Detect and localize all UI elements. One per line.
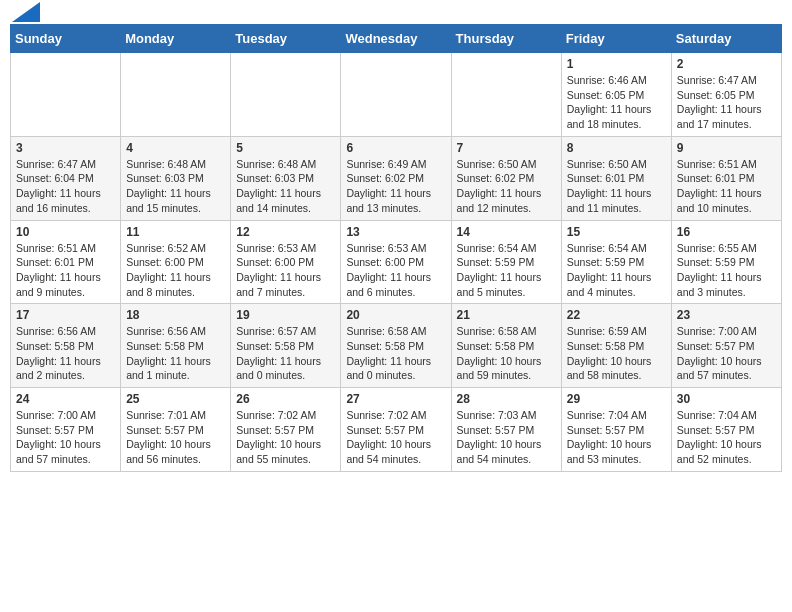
calendar-cell: 11Sunrise: 6:52 AMSunset: 6:00 PMDayligh… — [121, 220, 231, 304]
day-info: Sunrise: 6:46 AMSunset: 6:05 PMDaylight:… — [567, 73, 666, 132]
day-number: 16 — [677, 225, 776, 239]
calendar-cell: 25Sunrise: 7:01 AMSunset: 5:57 PMDayligh… — [121, 388, 231, 472]
calendar-cell: 5Sunrise: 6:48 AMSunset: 6:03 PMDaylight… — [231, 136, 341, 220]
calendar-cell: 29Sunrise: 7:04 AMSunset: 5:57 PMDayligh… — [561, 388, 671, 472]
weekday-header-wednesday: Wednesday — [341, 25, 451, 53]
day-info: Sunrise: 6:57 AMSunset: 5:58 PMDaylight:… — [236, 324, 335, 383]
page-header — [10, 10, 782, 16]
calendar-cell: 4Sunrise: 6:48 AMSunset: 6:03 PMDaylight… — [121, 136, 231, 220]
calendar-week-4: 17Sunrise: 6:56 AMSunset: 5:58 PMDayligh… — [11, 304, 782, 388]
calendar-cell: 28Sunrise: 7:03 AMSunset: 5:57 PMDayligh… — [451, 388, 561, 472]
day-number: 13 — [346, 225, 445, 239]
calendar-cell: 7Sunrise: 6:50 AMSunset: 6:02 PMDaylight… — [451, 136, 561, 220]
day-number: 27 — [346, 392, 445, 406]
day-number: 20 — [346, 308, 445, 322]
day-number: 25 — [126, 392, 225, 406]
day-info: Sunrise: 7:00 AMSunset: 5:57 PMDaylight:… — [16, 408, 115, 467]
day-info: Sunrise: 6:58 AMSunset: 5:58 PMDaylight:… — [346, 324, 445, 383]
calendar-cell: 15Sunrise: 6:54 AMSunset: 5:59 PMDayligh… — [561, 220, 671, 304]
day-number: 14 — [457, 225, 556, 239]
day-number: 6 — [346, 141, 445, 155]
weekday-header-friday: Friday — [561, 25, 671, 53]
day-number: 8 — [567, 141, 666, 155]
day-info: Sunrise: 6:53 AMSunset: 6:00 PMDaylight:… — [346, 241, 445, 300]
day-number: 15 — [567, 225, 666, 239]
calendar-header-row: SundayMondayTuesdayWednesdayThursdayFrid… — [11, 25, 782, 53]
calendar-week-5: 24Sunrise: 7:00 AMSunset: 5:57 PMDayligh… — [11, 388, 782, 472]
calendar-week-1: 1Sunrise: 6:46 AMSunset: 6:05 PMDaylight… — [11, 53, 782, 137]
day-number: 11 — [126, 225, 225, 239]
day-info: Sunrise: 6:53 AMSunset: 6:00 PMDaylight:… — [236, 241, 335, 300]
logo-icon — [12, 2, 40, 22]
day-info: Sunrise: 6:59 AMSunset: 5:58 PMDaylight:… — [567, 324, 666, 383]
day-number: 5 — [236, 141, 335, 155]
day-info: Sunrise: 6:54 AMSunset: 5:59 PMDaylight:… — [567, 241, 666, 300]
day-info: Sunrise: 7:03 AMSunset: 5:57 PMDaylight:… — [457, 408, 556, 467]
day-number: 17 — [16, 308, 115, 322]
day-number: 29 — [567, 392, 666, 406]
calendar-cell — [121, 53, 231, 137]
calendar-cell: 19Sunrise: 6:57 AMSunset: 5:58 PMDayligh… — [231, 304, 341, 388]
calendar-cell: 6Sunrise: 6:49 AMSunset: 6:02 PMDaylight… — [341, 136, 451, 220]
day-info: Sunrise: 6:48 AMSunset: 6:03 PMDaylight:… — [236, 157, 335, 216]
day-info: Sunrise: 6:48 AMSunset: 6:03 PMDaylight:… — [126, 157, 225, 216]
day-number: 9 — [677, 141, 776, 155]
day-info: Sunrise: 6:49 AMSunset: 6:02 PMDaylight:… — [346, 157, 445, 216]
day-number: 12 — [236, 225, 335, 239]
calendar-cell: 23Sunrise: 7:00 AMSunset: 5:57 PMDayligh… — [671, 304, 781, 388]
calendar-cell — [451, 53, 561, 137]
weekday-header-thursday: Thursday — [451, 25, 561, 53]
day-info: Sunrise: 6:51 AMSunset: 6:01 PMDaylight:… — [16, 241, 115, 300]
day-number: 4 — [126, 141, 225, 155]
day-info: Sunrise: 6:56 AMSunset: 5:58 PMDaylight:… — [16, 324, 115, 383]
calendar-cell: 26Sunrise: 7:02 AMSunset: 5:57 PMDayligh… — [231, 388, 341, 472]
day-info: Sunrise: 6:50 AMSunset: 6:02 PMDaylight:… — [457, 157, 556, 216]
day-info: Sunrise: 7:01 AMSunset: 5:57 PMDaylight:… — [126, 408, 225, 467]
day-number: 2 — [677, 57, 776, 71]
day-number: 22 — [567, 308, 666, 322]
day-number: 26 — [236, 392, 335, 406]
day-number: 28 — [457, 392, 556, 406]
day-info: Sunrise: 7:02 AMSunset: 5:57 PMDaylight:… — [236, 408, 335, 467]
calendar-cell: 3Sunrise: 6:47 AMSunset: 6:04 PMDaylight… — [11, 136, 121, 220]
calendar-cell: 12Sunrise: 6:53 AMSunset: 6:00 PMDayligh… — [231, 220, 341, 304]
calendar-cell: 13Sunrise: 6:53 AMSunset: 6:00 PMDayligh… — [341, 220, 451, 304]
day-info: Sunrise: 6:51 AMSunset: 6:01 PMDaylight:… — [677, 157, 776, 216]
svg-marker-0 — [12, 2, 40, 22]
day-number: 24 — [16, 392, 115, 406]
day-number: 19 — [236, 308, 335, 322]
day-number: 7 — [457, 141, 556, 155]
calendar-week-2: 3Sunrise: 6:47 AMSunset: 6:04 PMDaylight… — [11, 136, 782, 220]
day-number: 30 — [677, 392, 776, 406]
calendar-cell: 17Sunrise: 6:56 AMSunset: 5:58 PMDayligh… — [11, 304, 121, 388]
calendar-cell — [231, 53, 341, 137]
day-number: 21 — [457, 308, 556, 322]
calendar-cell — [11, 53, 121, 137]
day-info: Sunrise: 6:47 AMSunset: 6:05 PMDaylight:… — [677, 73, 776, 132]
calendar-week-3: 10Sunrise: 6:51 AMSunset: 6:01 PMDayligh… — [11, 220, 782, 304]
calendar-cell: 22Sunrise: 6:59 AMSunset: 5:58 PMDayligh… — [561, 304, 671, 388]
weekday-header-saturday: Saturday — [671, 25, 781, 53]
day-info: Sunrise: 6:58 AMSunset: 5:58 PMDaylight:… — [457, 324, 556, 383]
day-info: Sunrise: 7:04 AMSunset: 5:57 PMDaylight:… — [567, 408, 666, 467]
weekday-header-tuesday: Tuesday — [231, 25, 341, 53]
calendar-cell: 9Sunrise: 6:51 AMSunset: 6:01 PMDaylight… — [671, 136, 781, 220]
calendar-cell: 18Sunrise: 6:56 AMSunset: 5:58 PMDayligh… — [121, 304, 231, 388]
day-info: Sunrise: 6:54 AMSunset: 5:59 PMDaylight:… — [457, 241, 556, 300]
day-info: Sunrise: 6:52 AMSunset: 6:00 PMDaylight:… — [126, 241, 225, 300]
calendar-cell: 8Sunrise: 6:50 AMSunset: 6:01 PMDaylight… — [561, 136, 671, 220]
day-info: Sunrise: 6:56 AMSunset: 5:58 PMDaylight:… — [126, 324, 225, 383]
day-info: Sunrise: 6:55 AMSunset: 5:59 PMDaylight:… — [677, 241, 776, 300]
calendar-cell: 10Sunrise: 6:51 AMSunset: 6:01 PMDayligh… — [11, 220, 121, 304]
calendar-cell: 24Sunrise: 7:00 AMSunset: 5:57 PMDayligh… — [11, 388, 121, 472]
calendar-table: SundayMondayTuesdayWednesdayThursdayFrid… — [10, 24, 782, 472]
day-number: 23 — [677, 308, 776, 322]
logo — [10, 10, 40, 16]
day-number: 18 — [126, 308, 225, 322]
calendar-cell: 30Sunrise: 7:04 AMSunset: 5:57 PMDayligh… — [671, 388, 781, 472]
weekday-header-sunday: Sunday — [11, 25, 121, 53]
day-number: 10 — [16, 225, 115, 239]
calendar-cell: 20Sunrise: 6:58 AMSunset: 5:58 PMDayligh… — [341, 304, 451, 388]
day-info: Sunrise: 7:02 AMSunset: 5:57 PMDaylight:… — [346, 408, 445, 467]
day-number: 3 — [16, 141, 115, 155]
